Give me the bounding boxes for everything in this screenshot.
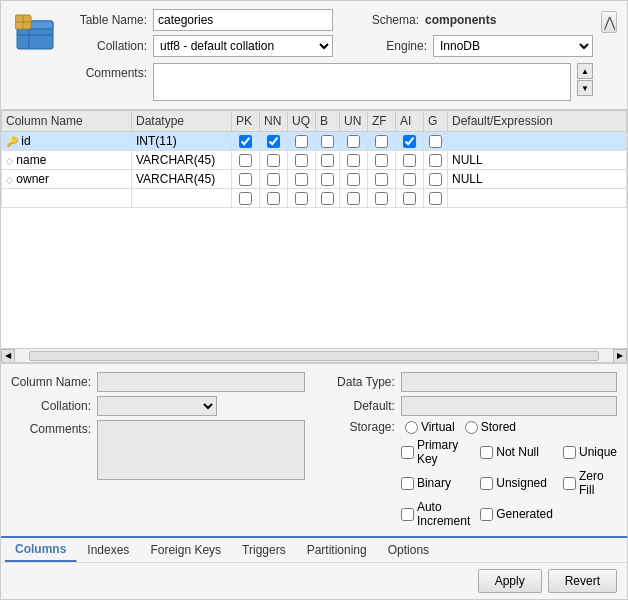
- detail-default-input[interactable]: [401, 396, 617, 416]
- g-checkbox[interactable]: [429, 154, 442, 167]
- cell-nn[interactable]: [260, 151, 288, 170]
- apply-button[interactable]: Apply: [478, 569, 542, 593]
- tab-indexes[interactable]: Indexes: [77, 539, 140, 561]
- zf-checkbox[interactable]: [375, 192, 388, 205]
- g-checkbox[interactable]: [429, 173, 442, 186]
- b-checkbox[interactable]: [321, 135, 334, 148]
- un-checkbox[interactable]: [347, 173, 360, 186]
- zf-checkbox[interactable]: [375, 154, 388, 167]
- pk-checkbox[interactable]: [239, 173, 252, 186]
- cell-pk[interactable]: [232, 170, 260, 189]
- un-checkbox[interactable]: [347, 192, 360, 205]
- cell-nn[interactable]: [260, 170, 288, 189]
- detail-column-name-input[interactable]: [97, 372, 305, 392]
- storage-virtual-option[interactable]: Virtual: [405, 420, 455, 434]
- table-row[interactable]: ◇ owner VARCHAR(45) NULL: [2, 170, 627, 189]
- storage-virtual-radio[interactable]: [405, 421, 418, 434]
- table-row-empty[interactable]: [2, 189, 627, 208]
- unsigned-checkbox[interactable]: [480, 477, 493, 490]
- g-checkbox[interactable]: [429, 135, 442, 148]
- zf-checkbox[interactable]: [375, 173, 388, 186]
- cell-g[interactable]: [424, 151, 448, 170]
- ai-checkbox[interactable]: [403, 173, 416, 186]
- detail-collation-select[interactable]: [97, 396, 217, 416]
- b-checkbox[interactable]: [321, 154, 334, 167]
- pk-checkbox[interactable]: [239, 135, 252, 148]
- scroll-left-button[interactable]: ◀: [1, 349, 15, 363]
- ai-checkbox[interactable]: [403, 154, 416, 167]
- ai-checkbox[interactable]: [403, 192, 416, 205]
- tab-partitioning[interactable]: Partitioning: [297, 539, 378, 561]
- tab-columns[interactable]: Columns: [5, 538, 77, 562]
- unsigned-option[interactable]: Unsigned: [480, 469, 553, 497]
- binary-option[interactable]: Binary: [401, 469, 470, 497]
- ai-checkbox[interactable]: [403, 135, 416, 148]
- uq-checkbox[interactable]: [295, 135, 308, 148]
- table-name-input[interactable]: [153, 9, 333, 31]
- unique-checkbox[interactable]: [563, 446, 576, 459]
- comments-textarea[interactable]: [153, 63, 571, 101]
- collapse-button[interactable]: ⋀: [601, 11, 617, 33]
- cell-b[interactable]: [316, 170, 340, 189]
- cell-zf[interactable]: [368, 170, 396, 189]
- detail-datatype-input[interactable]: [401, 372, 617, 392]
- uq-checkbox[interactable]: [295, 192, 308, 205]
- pk-checkbox[interactable]: [239, 192, 252, 205]
- storage-stored-option[interactable]: Stored: [465, 420, 516, 434]
- generated-checkbox[interactable]: [480, 508, 493, 521]
- cell-zf[interactable]: [368, 151, 396, 170]
- generated-option[interactable]: Generated: [480, 500, 553, 528]
- zf-checkbox[interactable]: [375, 135, 388, 148]
- cell-uq[interactable]: [288, 151, 316, 170]
- cell-un[interactable]: [340, 151, 368, 170]
- scroll-down-button[interactable]: ▼: [577, 80, 593, 96]
- revert-button[interactable]: Revert: [548, 569, 617, 593]
- storage-stored-radio[interactable]: [465, 421, 478, 434]
- binary-checkbox[interactable]: [401, 477, 414, 490]
- uq-checkbox[interactable]: [295, 154, 308, 167]
- b-checkbox[interactable]: [321, 192, 334, 205]
- cell-pk[interactable]: [232, 132, 260, 151]
- cell-uq[interactable]: [288, 170, 316, 189]
- un-checkbox[interactable]: [347, 135, 360, 148]
- nn-checkbox[interactable]: [267, 192, 280, 205]
- uq-checkbox[interactable]: [295, 173, 308, 186]
- scrollbar-track[interactable]: [29, 351, 599, 361]
- cell-ai[interactable]: [396, 170, 424, 189]
- nn-checkbox[interactable]: [267, 173, 280, 186]
- cell-g[interactable]: [424, 132, 448, 151]
- cell-g[interactable]: [424, 170, 448, 189]
- cell-un[interactable]: [340, 132, 368, 151]
- g-checkbox[interactable]: [429, 192, 442, 205]
- cell-nn[interactable]: [260, 132, 288, 151]
- engine-select[interactable]: InnoDB MyISAM: [433, 35, 593, 57]
- b-checkbox[interactable]: [321, 173, 334, 186]
- primary-key-checkbox[interactable]: [401, 446, 414, 459]
- detail-comments-textarea[interactable]: [97, 420, 305, 480]
- scroll-up-button[interactable]: ▲: [577, 63, 593, 79]
- table-row[interactable]: ◇ name VARCHAR(45) NULL: [2, 151, 627, 170]
- cell-ai[interactable]: [396, 132, 424, 151]
- cell-b[interactable]: [316, 151, 340, 170]
- cell-b[interactable]: [316, 132, 340, 151]
- un-checkbox[interactable]: [347, 154, 360, 167]
- pk-checkbox[interactable]: [239, 154, 252, 167]
- not-null-checkbox[interactable]: [480, 446, 493, 459]
- cell-un[interactable]: [340, 170, 368, 189]
- horizontal-scrollbar[interactable]: ◀ ▶: [1, 348, 627, 362]
- cell-uq[interactable]: [288, 132, 316, 151]
- nn-checkbox[interactable]: [267, 154, 280, 167]
- cell-pk[interactable]: [232, 151, 260, 170]
- tab-triggers[interactable]: Triggers: [232, 539, 297, 561]
- collation-select[interactable]: utf8 - default collation: [153, 35, 333, 57]
- table-scroll-area[interactable]: Column Name Datatype PK NN UQ B UN ZF AI…: [1, 110, 627, 348]
- zerofill-checkbox[interactable]: [563, 477, 576, 490]
- auto-increment-checkbox[interactable]: [401, 508, 414, 521]
- primary-key-option[interactable]: Primary Key: [401, 438, 470, 466]
- scroll-right-button[interactable]: ▶: [613, 349, 627, 363]
- table-row[interactable]: 🔑 id INT(11): [2, 132, 627, 151]
- nn-checkbox[interactable]: [267, 135, 280, 148]
- cell-zf[interactable]: [368, 132, 396, 151]
- cell-ai[interactable]: [396, 151, 424, 170]
- auto-increment-option[interactable]: Auto Increment: [401, 500, 470, 528]
